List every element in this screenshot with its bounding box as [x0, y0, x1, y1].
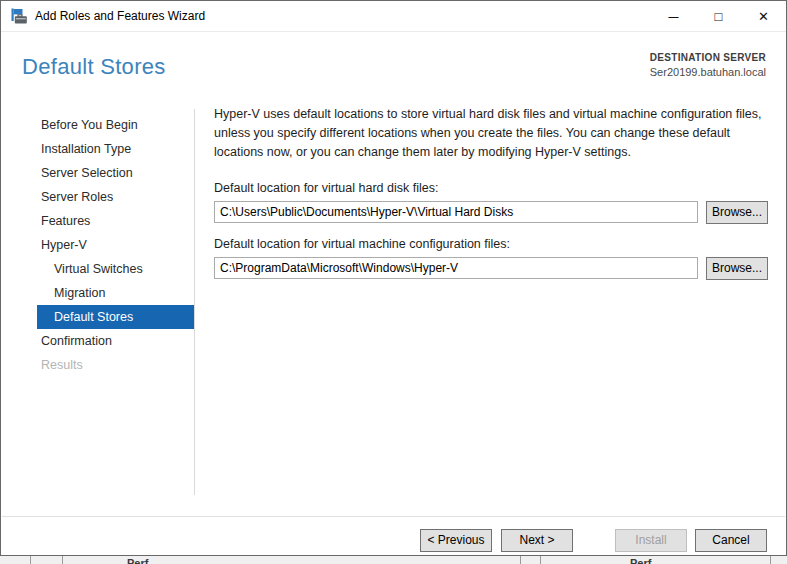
previous-button[interactable]: < Previous [420, 529, 492, 552]
footer-divider [2, 516, 785, 517]
peek-text-fragment: Perf [127, 557, 148, 564]
page-title: Default Stores [22, 54, 166, 80]
nav-item-hyper-v[interactable]: Hyper-V [1, 233, 194, 257]
nav-item-features[interactable]: Features [1, 209, 194, 233]
main-content: Hyper-V uses default locations to store … [214, 105, 774, 162]
nav-item-before-you-begin[interactable]: Before You Begin [1, 113, 194, 137]
nav-item-results: Results [1, 353, 194, 377]
nav-item-installation-type[interactable]: Installation Type [1, 137, 194, 161]
maximize-icon[interactable]: □ [696, 1, 741, 32]
intro-text: Hyper-V uses default locations to store … [214, 105, 772, 162]
peek-divider [520, 556, 521, 564]
peek-text-fragment: Perf [630, 557, 651, 564]
install-button: Install [615, 529, 687, 552]
wizard-nav: Before You Begin Installation Type Serve… [1, 113, 194, 377]
peek-divider [540, 556, 541, 564]
title-bar: Add Roles and Features Wizard ─ □ ✕ [1, 1, 786, 32]
config-browse-button[interactable]: Browse... [706, 257, 768, 280]
vhd-browse-button[interactable]: Browse... [706, 201, 768, 224]
close-icon[interactable]: ✕ [741, 1, 786, 32]
config-location-label: Default location for virtual machine con… [214, 237, 510, 251]
peek-divider [30, 556, 31, 564]
nav-item-default-stores[interactable]: Default Stores [37, 305, 194, 329]
peek-divider [62, 556, 63, 564]
window-title: Add Roles and Features Wizard [35, 1, 205, 32]
cancel-button[interactable]: Cancel [695, 529, 767, 552]
destination-server-label: DESTINATION SERVER [650, 52, 766, 63]
sidebar-divider [194, 109, 195, 495]
vhd-location-label: Default location for virtual hard disk f… [214, 181, 438, 195]
window-controls: ─ □ ✕ [651, 1, 786, 32]
vhd-location-input[interactable] [214, 201, 698, 223]
next-button[interactable]: Next > [501, 529, 573, 552]
destination-server-name: Ser20199.batuhan.local [650, 66, 766, 78]
nav-item-migration[interactable]: Migration [1, 281, 194, 305]
config-location-input[interactable] [214, 257, 698, 279]
destination-server-block: DESTINATION SERVER Ser20199.batuhan.loca… [650, 52, 766, 78]
minimize-icon[interactable]: ─ [651, 1, 696, 32]
wizard-dialog: Add Roles and Features Wizard ─ □ ✕ Defa… [0, 0, 787, 556]
nav-item-server-roles[interactable]: Server Roles [1, 185, 194, 209]
server-manager-icon [10, 8, 28, 26]
nav-item-virtual-switches[interactable]: Virtual Switches [1, 257, 194, 281]
background-window-peek: Perf Perf [0, 556, 787, 564]
peek-divider [770, 556, 771, 564]
nav-item-confirmation[interactable]: Confirmation [1, 329, 194, 353]
nav-item-server-selection[interactable]: Server Selection [1, 161, 194, 185]
